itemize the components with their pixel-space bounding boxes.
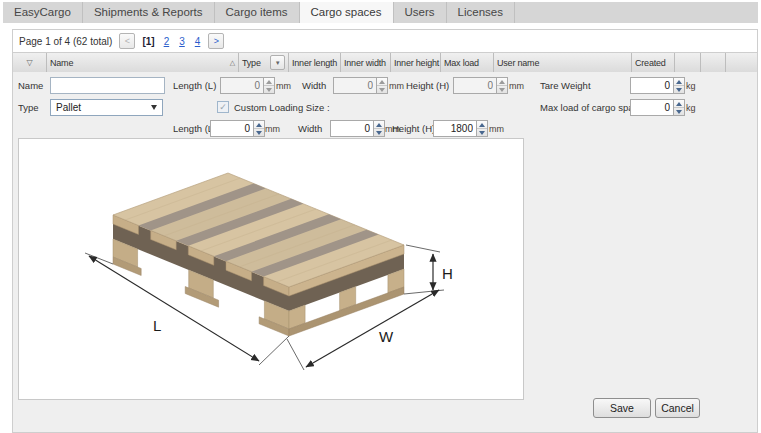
spin-up-button[interactable] [374,121,384,129]
spin-down-button[interactable] [264,86,274,93]
column-header-inner-width[interactable]: Inner width [341,53,391,72]
spin-down-button[interactable] [254,129,264,136]
column-label: Inner length [292,58,337,68]
custom-loading-size-checkbox[interactable]: ✓ [217,101,229,113]
tare-weight-label: Tare Weight [540,80,591,91]
filter-icon: ▽ [27,58,33,67]
arrow-down-icon [676,88,682,92]
spinner-buttons [373,120,385,137]
column-header-inner-height[interactable]: Inner height [391,53,441,72]
unit-kg: kg [686,81,696,91]
spin-up-button[interactable] [477,121,487,129]
outer-width-input[interactable] [333,77,376,94]
arrow-up-icon [479,123,485,127]
main-tab-bar: EasyCargo Shipments & Reports Cargo item… [3,2,758,23]
column-header-inner-length[interactable]: Inner length [289,53,341,72]
content-panel: Page 1 of 4 (62 total) < [1] 2 3 4 > ▽ N… [12,29,758,433]
checkmark-icon: ✓ [219,102,227,112]
next-page-button[interactable]: > [208,33,224,49]
spin-up-button[interactable] [377,78,387,86]
type-select[interactable]: Pallet [50,99,163,116]
custom-height-spinner [433,120,488,137]
tab-cargo-items[interactable]: Cargo items [215,2,300,23]
tab-shipments-reports[interactable]: Shipments & Reports [83,2,215,23]
spin-down-button[interactable] [497,86,507,93]
dimension-h-label: H [442,265,453,282]
grid-header-row: ▽ Name △ Type ▼ Inner length Inner width… [12,53,758,73]
custom-width-input[interactable] [330,120,373,137]
spin-down-button[interactable] [377,86,387,93]
form-row-1: Name Length (L) mm Width [13,77,757,95]
spin-up-button[interactable] [674,100,684,108]
max-load-input[interactable] [630,99,673,116]
column-header-type[interactable]: Type ▼ [239,53,289,72]
spin-up-button[interactable] [497,78,507,86]
arrow-down-icon [479,131,485,135]
spinner-buttons [476,120,488,137]
spin-up-button[interactable] [254,121,264,129]
column-header-max-load[interactable]: Max load [441,53,494,72]
spinner-buttons [496,77,508,94]
spin-down-button[interactable] [674,86,684,93]
column-header-name[interactable]: Name △ [47,53,239,72]
prev-page-button[interactable]: < [119,33,135,49]
spin-down-button[interactable] [374,129,384,136]
column-label: User name [497,58,539,68]
custom-height-input[interactable] [433,120,476,137]
unit-mm: mm [389,81,404,91]
spinner-buttons [263,77,275,94]
dimension-w-label: W [379,328,394,345]
tab-easycargo[interactable]: EasyCargo [3,2,83,23]
page-link-2[interactable]: 2 [164,36,170,47]
arrow-up-icon [499,80,505,84]
spin-up-button[interactable] [264,78,274,86]
form-row-3: Length (L) mm Width mm [13,120,757,138]
filter-column-header[interactable]: ▽ [13,53,47,72]
max-load-spinner [630,99,685,116]
custom-length-spinner [210,120,265,137]
page-link-4[interactable]: 4 [195,36,201,47]
column-header-created[interactable]: Created [632,53,675,72]
spin-down-button[interactable] [674,108,684,115]
easycargo-app: EasyCargo Shipments & Reports Cargo item… [0,0,761,433]
column-label: Type [242,58,261,68]
custom-length-input[interactable] [210,120,253,137]
column-header-user-name[interactable]: User name [494,53,632,72]
unit-kg: kg [686,103,696,113]
spin-down-button[interactable] [477,129,487,136]
outer-length-input[interactable] [220,77,263,94]
arrow-up-icon [256,123,262,127]
spin-up-button[interactable] [674,78,684,86]
unit-mm: mm [489,124,504,134]
height-label: Height (H) [406,80,449,91]
name-input[interactable] [50,77,165,94]
column-label: Name [50,58,73,68]
custom-width-label: Width [298,123,322,134]
type-label: Type [18,102,39,113]
arrow-up-icon [266,80,272,84]
type-select-value: Pallet [56,102,81,113]
column-label: Inner width [344,58,386,68]
pallet-illustration: L W H [19,139,523,399]
tare-weight-spinner [630,77,685,94]
unit-mm: mm [509,81,524,91]
column-label: Inner height [394,58,439,68]
tab-licenses[interactable]: Licenses [447,2,515,23]
type-filter-dropdown-icon[interactable]: ▼ [270,55,285,70]
tab-cargo-spaces[interactable]: Cargo spaces [300,2,394,23]
name-label: Name [18,80,43,91]
cancel-button[interactable]: Cancel [655,398,700,418]
spinner-buttons [376,77,388,94]
arrow-up-icon [376,123,382,127]
save-button[interactable]: Save [593,398,651,418]
page-link-3[interactable]: 3 [179,36,185,47]
tab-users[interactable]: Users [394,2,447,23]
arrow-up-icon [379,80,385,84]
dimension-l-label: L [153,317,161,334]
custom-loading-size-label: Custom Loading Size : [234,102,330,113]
tare-weight-input[interactable] [630,77,673,94]
column-header-empty-3 [726,53,757,72]
custom-height-label: Height (H) [392,123,435,134]
length-label: Length (L) [173,80,216,91]
outer-height-input[interactable] [453,77,496,94]
